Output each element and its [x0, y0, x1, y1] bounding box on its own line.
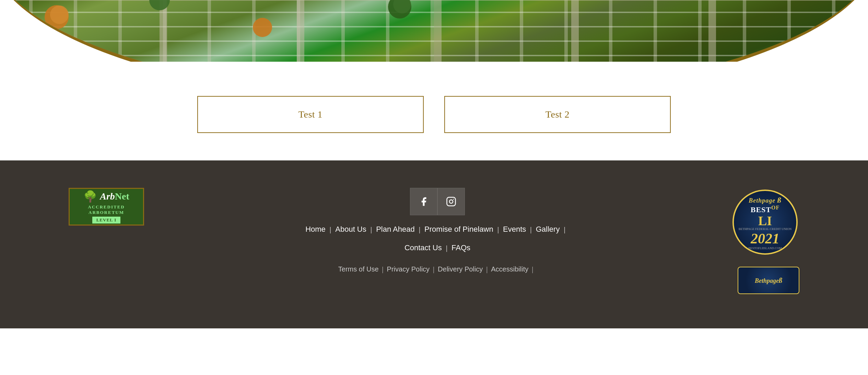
arbnet-net-text: Net [115, 191, 129, 202]
bestofli-bethpage-text: Bethpage ß [749, 196, 782, 205]
social-icons [410, 188, 465, 215]
nav-sep-6: | [560, 225, 569, 234]
bestofli-best-text: BESTOF [751, 205, 779, 214]
nav-about-us[interactable]: About Us [335, 225, 366, 234]
arbnet-subtitle: ACCREDITED ARBORETUM [73, 204, 140, 215]
bestofli-federal-text: BETHPAGE FEDERAL CREDIT UNION [736, 227, 794, 231]
nav-events[interactable]: Events [503, 225, 526, 234]
footer-legal: Terms of Use | Privacy Policy | Delivery… [338, 265, 537, 273]
nav-sep-4: | [493, 225, 503, 234]
legal-sep-1: | [379, 265, 387, 273]
footer-left: 🌳 ArbNet ACCREDITED ARBORETUM LEVEL I [69, 188, 144, 226]
instagram-icon[interactable] [437, 188, 465, 215]
arbnet-level: LEVEL I [92, 217, 121, 223]
svg-rect-6 [571, 0, 579, 62]
nav-sep-5: | [526, 225, 536, 234]
arbnet-badge: 🌳 ArbNet ACCREDITED ARBORETUM LEVEL I [69, 188, 144, 226]
svg-point-231 [253, 18, 272, 37]
nav-faqs[interactable]: FAQs [451, 243, 470, 252]
nav-sep-7: | [442, 243, 451, 252]
bethpage-bottom-text: Bethpageß [755, 277, 782, 285]
arbnet-text: Arb [100, 191, 115, 202]
footer-nav-row1: Home | About Us | Plan Ahead | Promise o… [305, 225, 570, 234]
bethpage-bottom-badge: Bethpageß [738, 267, 799, 294]
legal-delivery[interactable]: Delivery Policy [438, 265, 483, 273]
svg-rect-7 [708, 0, 716, 62]
arbnet-name-group: ArbNet [100, 191, 129, 202]
footer-center: Home | About Us | Plan Ahead | Promise o… [144, 188, 731, 273]
nav-plan-ahead[interactable]: Plan Ahead [376, 225, 415, 234]
nav-promise[interactable]: Promise of Pinelawn [424, 225, 493, 234]
bestofli-badge: Bethpage ß BESTOF LI BETHPAGE FEDERAL CR… [731, 188, 799, 256]
test2-button[interactable]: Test 2 [444, 96, 671, 133]
svg-rect-5 [434, 0, 442, 62]
hero-oval [0, 0, 868, 62]
svg-point-241 [453, 199, 454, 200]
bestofli-url-text: BESTOFLIISLAND.COM [748, 246, 782, 250]
arbnet-tree-icon: 🌳 [83, 190, 97, 203]
svg-point-240 [449, 200, 453, 203]
nav-home[interactable]: Home [305, 225, 326, 234]
facebook-icon[interactable] [410, 188, 437, 215]
legal-terms[interactable]: Terms of Use [338, 265, 379, 273]
nav-sep-3: | [415, 225, 424, 234]
footer: 🌳 ArbNet ACCREDITED ARBORETUM LEVEL I [0, 160, 868, 328]
content-section: Test 1 Test 2 [0, 62, 868, 160]
svg-rect-4 [297, 0, 304, 62]
nav-contact-us[interactable]: Contact Us [404, 243, 442, 252]
bestofli-year-text: 2021 [751, 231, 779, 246]
svg-rect-239 [447, 197, 456, 206]
test1-button[interactable]: Test 1 [197, 96, 424, 133]
arbnet-top: 🌳 ArbNet [83, 190, 129, 203]
nav-gallery[interactable]: Gallery [536, 225, 560, 234]
legal-sep-3: | [483, 265, 491, 273]
footer-nav-row2: Contact Us | FAQs [404, 243, 470, 252]
nav-sep-2: | [366, 225, 376, 234]
hero-image [0, 0, 868, 62]
legal-privacy[interactable]: Privacy Policy [387, 265, 430, 273]
hero-section [0, 0, 868, 62]
legal-sep-2: | [430, 265, 438, 273]
bestofli-li-text: LI [758, 214, 772, 227]
footer-top: 🌳 ArbNet ACCREDITED ARBORETUM LEVEL I [69, 188, 799, 294]
legal-sep-4: | [528, 265, 537, 273]
bestofli-inner: Bethpage ß BESTOF LI BETHPAGE FEDERAL CR… [732, 190, 798, 255]
svg-point-229 [50, 5, 69, 24]
legal-accessibility[interactable]: Accessibility [491, 265, 528, 273]
footer-right: Bethpage ß BESTOF LI BETHPAGE FEDERAL CR… [731, 188, 799, 294]
nav-sep-1: | [326, 225, 335, 234]
